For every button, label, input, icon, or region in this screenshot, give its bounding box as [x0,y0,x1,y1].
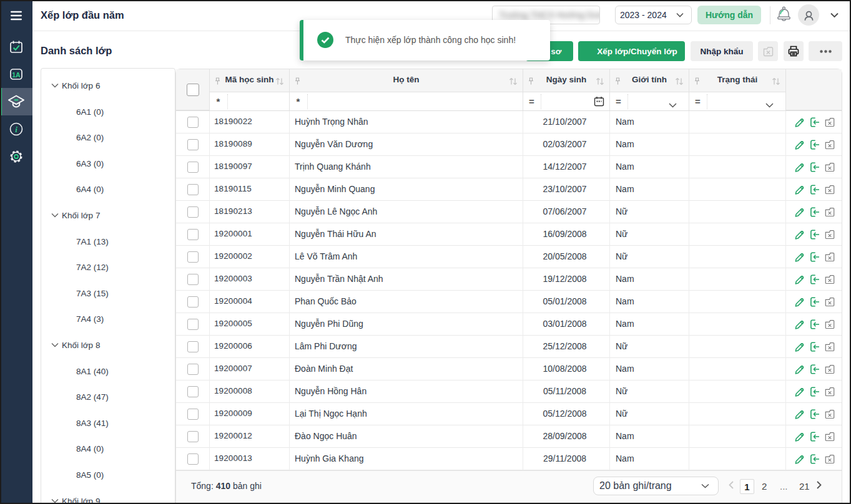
svg-text:i: i [15,125,17,134]
svg-text:1A: 1A [12,71,21,79]
